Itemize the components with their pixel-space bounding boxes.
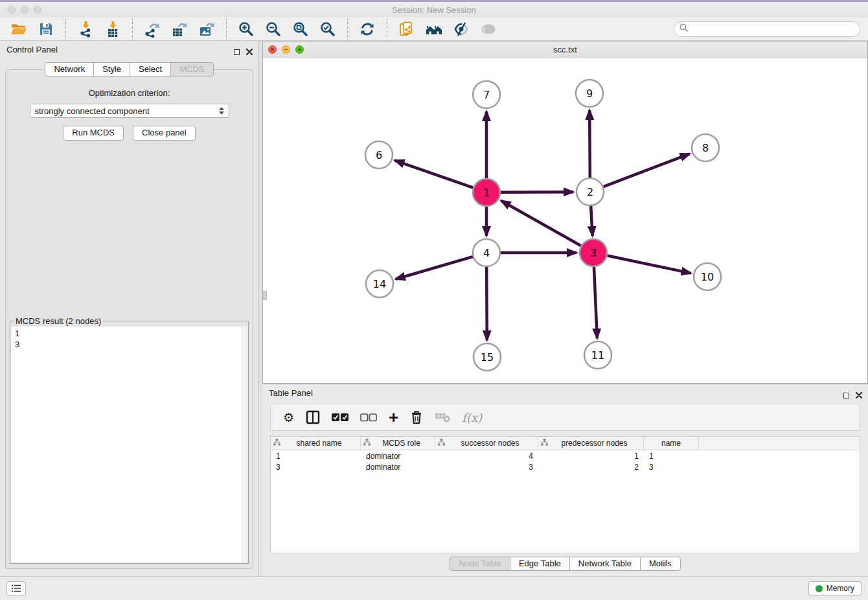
cell-successor-nodes: 3	[435, 463, 538, 472]
main-toolbar	[0, 17, 868, 41]
show-columns-icon[interactable]	[306, 410, 320, 424]
control-panel-tabs: Network Style Select MCDS	[0, 62, 258, 76]
search-box[interactable]	[674, 21, 860, 37]
graph-edge-2-9[interactable]	[589, 110, 590, 178]
clone-network-icon[interactable]	[398, 21, 415, 38]
graph-node-label: 2	[587, 186, 593, 198]
zoom-selected-icon[interactable]	[319, 21, 336, 38]
mcds-result-text[interactable]: 1 3	[11, 327, 247, 562]
toolbar-separator	[132, 19, 133, 40]
result-line: 3	[15, 339, 244, 350]
graph-node-label: 14	[373, 278, 386, 290]
app-window: Session: New Session	[0, 0, 868, 600]
tab-network-table[interactable]: Network Table	[569, 557, 641, 571]
graph-edge-2-8[interactable]	[604, 154, 690, 187]
tab-edge-table[interactable]: Edge Table	[510, 557, 570, 571]
import-network-icon[interactable]	[77, 21, 94, 38]
delete-table-icon	[435, 412, 450, 422]
graph-node-label: 6	[376, 149, 382, 161]
network-graph: 7968124314101511	[263, 58, 867, 383]
column-header-name[interactable]: name	[644, 437, 699, 450]
add-column-icon[interactable]: +	[389, 411, 398, 424]
tab-network[interactable]: Network	[45, 62, 94, 76]
apply-function-icon: f(x)	[462, 411, 482, 424]
table-settings-icon[interactable]: ⚙	[283, 411, 294, 424]
show-graphics-details-icon	[480, 21, 497, 38]
graph-edge-4-14[interactable]	[396, 257, 473, 279]
graph-node-label: 4	[483, 247, 490, 259]
close-table-panel-icon[interactable]	[856, 389, 862, 401]
toolbar-separator	[226, 19, 227, 40]
column-type-icon	[363, 439, 371, 448]
tab-style[interactable]: Style	[93, 62, 130, 76]
tab-motifs[interactable]: Motifs	[640, 557, 681, 571]
network-window-title: scc.txt	[263, 45, 867, 54]
graph-edge-3-11[interactable]	[594, 267, 597, 338]
open-file-icon[interactable]	[10, 21, 27, 38]
network-window-titlebar[interactable]: × − + scc.txt	[263, 41, 867, 59]
select-all-icon[interactable]	[332, 413, 348, 422]
graph-node-label: 3	[590, 247, 597, 259]
zoom-in-icon[interactable]	[238, 21, 255, 38]
criterion-value: strongly connected component	[35, 106, 150, 116]
export-network-icon[interactable]	[144, 21, 161, 38]
toolbar-separator	[347, 19, 348, 40]
mcds-result-title: MCDS result (2 nodes)	[14, 316, 103, 326]
close-panel-button[interactable]: Close panel	[133, 126, 196, 141]
graph-edge-1-2[interactable]	[501, 192, 573, 192]
hide-graphics-details-icon[interactable]	[453, 21, 470, 38]
graph-edge-3-10[interactable]	[608, 256, 691, 273]
network-view-window: × − + scc.txt 7968124314101511	[262, 41, 868, 384]
tab-mcds[interactable]: MCDS	[170, 62, 213, 76]
memory-button[interactable]: Memory	[808, 581, 862, 595]
save-session-icon[interactable]	[38, 21, 54, 38]
criterion-dropdown[interactable]: strongly connected component	[30, 104, 229, 118]
cell-mcds-role: dominator	[361, 452, 435, 461]
column-header-shared-name[interactable]: shared name	[271, 437, 361, 450]
graph-edge-3-1[interactable]	[501, 201, 581, 246]
apply-layout-icon[interactable]	[359, 21, 376, 38]
cell-predecessor-nodes: 2	[538, 463, 644, 472]
column-header-predecessor-nodes[interactable]: predecessor nodes	[538, 437, 644, 450]
graph-node-label: 15	[481, 351, 494, 363]
pane-divider-handle[interactable]	[263, 291, 267, 300]
cell-successor-nodes: 4	[435, 452, 538, 461]
cell-shared-name: 1	[271, 452, 361, 461]
search-input[interactable]	[689, 23, 860, 34]
mcds-panel: Optimization criterion: strongly connect…	[5, 69, 253, 569]
column-header-successor-nodes[interactable]: successor nodes	[435, 437, 538, 450]
float-panel-icon[interactable]	[234, 49, 240, 55]
titlebar: Session: New Session	[0, 2, 868, 17]
result-line: 1	[15, 328, 244, 339]
column-type-icon	[438, 439, 445, 448]
float-table-panel-icon[interactable]	[843, 393, 849, 398]
table-row[interactable]: 1 dominator 4 1 1	[271, 450, 860, 461]
table-panel-tabs: Node Table Edge Table Network Table Moti…	[262, 557, 868, 571]
export-table-icon[interactable]	[171, 21, 188, 38]
zoom-fit-icon[interactable]	[292, 21, 309, 38]
cell-predecessor-nodes: 1	[538, 452, 644, 461]
window-title: Session: New Session	[0, 5, 868, 15]
close-panel-icon[interactable]	[246, 46, 253, 58]
network-canvas[interactable]: 7968124314101511	[263, 58, 867, 383]
column-header-mcds-role[interactable]: MCDS role	[361, 437, 435, 450]
result-scrollbar[interactable]	[242, 327, 247, 562]
graph-edge-4-15[interactable]	[486, 267, 487, 340]
unselect-all-icon[interactable]	[360, 413, 377, 422]
import-table-icon[interactable]	[104, 21, 121, 38]
task-history-button[interactable]	[6, 581, 26, 595]
status-bar: Memory	[0, 576, 868, 600]
run-mcds-button[interactable]: Run MCDS	[63, 126, 124, 141]
tab-node-table[interactable]: Node Table	[450, 557, 510, 571]
table-row[interactable]: 3 dominator 3 2 3	[271, 461, 860, 472]
control-panel-title: Control Panel	[6, 45, 58, 54]
first-neighbors-icon[interactable]	[426, 21, 442, 38]
delete-column-icon[interactable]	[410, 410, 423, 424]
graph-edge-2-3[interactable]	[591, 206, 592, 236]
export-image-icon[interactable]	[198, 21, 215, 38]
column-type-icon	[541, 439, 548, 448]
toolbar-separator	[65, 19, 66, 40]
tab-select[interactable]: Select	[130, 62, 171, 76]
graph-edge-1-6[interactable]	[395, 161, 474, 188]
zoom-out-icon[interactable]	[265, 21, 282, 38]
